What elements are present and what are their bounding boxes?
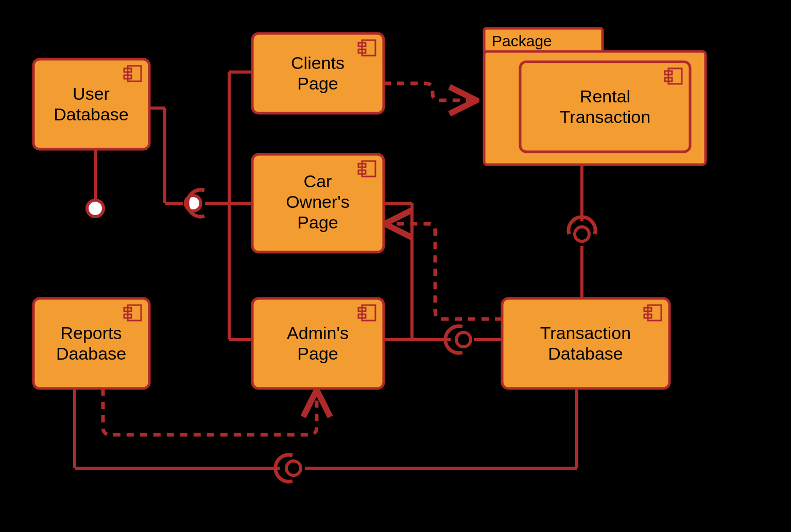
- label-line: User: [73, 84, 110, 103]
- dependency-reports-to-admin: [103, 388, 317, 435]
- interface-pkg-ball: [575, 227, 589, 241]
- label-line: Page: [297, 344, 338, 363]
- label-line: Transaction: [540, 323, 631, 343]
- label-line: Database: [548, 344, 623, 363]
- component-user-database: User Database: [33, 59, 149, 149]
- interface-bottom-ball: [286, 461, 301, 475]
- label-line: Database: [54, 104, 129, 124]
- label-line: Transaction: [560, 107, 650, 127]
- interface-txdb-left-ball: [456, 332, 471, 347]
- interface-userdb-ball: [87, 200, 104, 217]
- dependency-clients-to-rental: [384, 83, 474, 100]
- label-line: Car: [304, 171, 332, 191]
- package-label: Package: [492, 32, 552, 49]
- component-transaction-database: Transaction Database: [502, 298, 669, 388]
- label-line: Admin's: [287, 323, 349, 343]
- label-line: Clients: [291, 53, 345, 73]
- component-car-owners-page: Car Owner's Page: [252, 154, 384, 252]
- component-clients-page: Clients Page: [252, 33, 384, 113]
- label-line: Page: [297, 74, 338, 93]
- uml-component-diagram: Package User Database Reports Daabase Cl…: [0, 0, 791, 532]
- component-admins-page: Admin's Page: [252, 298, 384, 388]
- dependency-txdb-to-carowner: [387, 224, 502, 319]
- label-line: Reports: [60, 323, 122, 343]
- label-line: Daabase: [56, 344, 126, 363]
- label-line: Owner's: [286, 192, 350, 211]
- label-line: Rental: [580, 86, 630, 106]
- component-reports-database: Reports Daabase: [33, 298, 149, 388]
- component-rental-transaction: Rental Transaction: [520, 62, 690, 152]
- label-line: Page: [297, 212, 338, 232]
